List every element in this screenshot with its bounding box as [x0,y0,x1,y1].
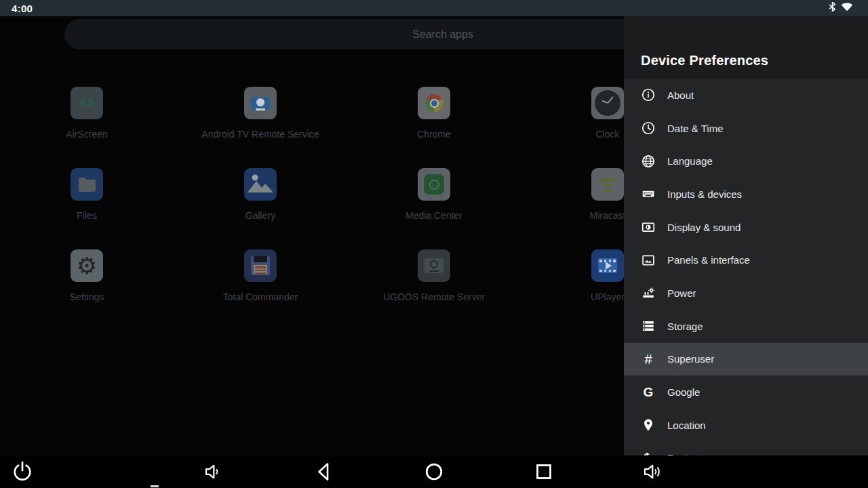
uplayer-app-icon [591,249,624,282]
ugoos-remote-server-app-icon [418,249,450,282]
pref-item-power[interactable]: Power [624,277,868,310]
app-media-center[interactable]: Media Center [353,168,515,221]
volume-down-icon[interactable] [199,458,226,485]
app-total-commander[interactable]: Total Commander [179,249,342,302]
pref-item-inputs-devices[interactable]: Inputs & devices [624,178,868,211]
pref-item-panels-interface[interactable]: Panels & interface [624,243,868,277]
app-gallery[interactable]: Gallery [179,168,342,221]
navigation-bar [0,455,868,488]
app-ugoos-remote-server[interactable]: UGOOS Remote Server [353,249,515,302]
power-settings-icon [640,285,656,301]
info-icon [640,87,656,103]
app-label: Chrome [353,129,515,140]
pref-label: Power [667,287,696,299]
pref-label: About [667,89,694,101]
pref-label: Language [667,155,713,167]
search-apps-placeholder: Search apps [412,28,473,41]
panel-header: Device Preferences [624,16,868,79]
total-commander-app-icon [244,249,277,282]
power-icon[interactable] [9,458,36,485]
screen: 4:00 Search apps AS AirScreen Android TV… [0,0,868,488]
pref-item-about[interactable]: About [624,79,868,112]
pref-label: Superuser [667,353,714,365]
back-icon[interactable] [311,458,338,485]
pref-item-display-sound[interactable]: Display & sound [624,211,868,244]
pref-label: Google [667,386,700,398]
panel-title: Device Preferences [641,53,768,68]
app-label: Android TV Remote Service [179,129,342,140]
android-tv-remote-app-icon [244,87,277,119]
bluetooth-icon [829,1,836,15]
status-bar: 4:00 [0,0,868,16]
app-label: Gallery [179,210,342,221]
media-center-app-icon [418,168,450,201]
clock-app-icon [591,87,624,119]
pref-label: Panels & interface [667,254,750,266]
app-label: Media Center [353,210,515,221]
hash-icon: # [640,351,656,367]
app-chrome[interactable]: Chrome [353,87,515,140]
gallery-app-icon [244,168,277,201]
keyboard-icon [640,186,656,202]
pref-label: Date & Time [667,123,724,134]
pref-item-date-time[interactable]: Date & Time [624,112,868,145]
globe-icon [640,153,656,169]
pref-label: Inputs & devices [667,188,742,200]
preferences-list: About Date & Time Language Inputs & devi… [624,79,868,474]
volume-up-icon[interactable] [639,458,667,485]
pref-item-superuser[interactable]: # Superuser [624,343,868,376]
device-preferences-panel: Device Preferences About Date & Time Lan… [624,16,868,488]
pref-label: Location [667,420,706,431]
pref-label: Storage [667,321,703,332]
wifi-icon [841,2,853,14]
settings-app-icon: ⚙ [71,249,103,282]
cursor-artifact [151,485,159,487]
miracast-app-icon [591,168,624,201]
home-icon[interactable] [420,458,448,485]
airscreen-app-icon: AS [71,87,103,119]
google-icon: G [640,384,656,401]
display-icon [640,219,656,235]
app-label: Settings [5,291,168,302]
app-label: Files [5,210,168,221]
clock-time: 4:00 [12,3,33,14]
app-airscreen[interactable]: AS AirScreen [5,87,168,140]
app-android-tv-remote-service[interactable]: Android TV Remote Service [179,87,342,140]
pref-label: Display & sound [667,222,741,233]
storage-icon [640,318,656,334]
pref-item-google[interactable]: G Google [624,375,868,409]
clock-icon [640,120,656,136]
app-label: Total Commander [179,291,342,302]
pref-item-location[interactable]: Location [624,409,868,442]
app-label: UGOOS Remote Server [353,291,515,302]
chrome-app-icon [418,87,450,119]
panels-icon [640,252,656,268]
recents-icon[interactable] [530,458,557,485]
pref-item-language[interactable]: Language [624,144,868,178]
location-icon [640,417,656,433]
pref-item-storage[interactable]: Storage [624,310,868,343]
app-settings[interactable]: ⚙ Settings [5,249,168,302]
app-label: AirScreen [5,129,168,140]
files-app-icon [71,168,103,201]
app-files[interactable]: Files [5,168,168,221]
